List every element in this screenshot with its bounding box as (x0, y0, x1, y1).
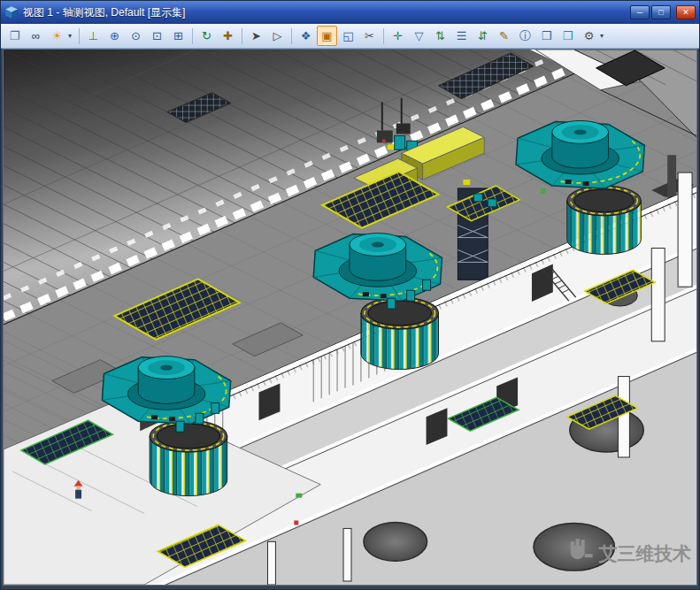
select-arrow-alt-icon[interactable]: ▷ (267, 26, 288, 46)
clip-region-icon[interactable]: ◱ (338, 26, 358, 46)
3d-viewport-canvas[interactable]: 艾三维技术 (4, 50, 696, 585)
deck-opening[interactable] (364, 522, 427, 561)
zoom-dynamic-icon[interactable]: ⊙ (126, 26, 146, 46)
3d-viewport[interactable]: 艾三维技术 (3, 49, 697, 586)
minimize-button[interactable]: ─ (630, 5, 650, 19)
sort-descending-icon[interactable]: ⇵ (473, 26, 493, 46)
list-view-icon[interactable]: ☰ (451, 26, 472, 46)
application-window: 视图 1 - 轴测视图, Default [显示集] ─ □ ✕ ❐ ∞ ☀ ▾… (0, 0, 700, 590)
zoom-in-icon[interactable]: ⊕ (104, 26, 125, 46)
fence-select-icon[interactable]: ❖ (296, 26, 316, 46)
close-button[interactable]: ✕ (676, 5, 696, 19)
object-info-icon[interactable]: ⓘ (515, 26, 535, 46)
titlebar[interactable]: 视图 1 - 轴测视图, Default [显示集] ─ □ ✕ (1, 1, 699, 24)
dropdown-caret-icon[interactable]: ▾ (600, 32, 607, 40)
orient-csys-icon[interactable]: ✛ (388, 26, 408, 46)
toolbar-separator (192, 28, 193, 44)
pan-view-icon[interactable]: ✚ (218, 26, 238, 46)
rotate-view-icon[interactable]: ↻ (196, 26, 217, 46)
fit-view-icon[interactable]: ⊞ (168, 26, 188, 46)
box-3d-teal-icon[interactable]: ❒ (558, 26, 578, 46)
settings-gear-icon[interactable]: ⚙ (579, 26, 599, 46)
section-cut-icon[interactable]: ✂ (359, 26, 380, 46)
sort-ascending-icon[interactable]: ⇅ (430, 26, 450, 46)
zoom-window-icon[interactable]: ⊡ (147, 26, 167, 46)
view-layout-icon[interactable]: ❐ (4, 26, 25, 46)
annotate-icon[interactable]: ✎ (494, 26, 514, 46)
box-3d-icon[interactable]: ❒ (536, 26, 557, 46)
toolbar-separator (79, 28, 80, 44)
window-title: 视图 1 - 轴测视图, Default [显示集] (23, 5, 628, 20)
toolbar-separator (242, 28, 242, 44)
barbette-cylinder[interactable] (361, 297, 439, 369)
render-style-sun-icon[interactable]: ☀ (47, 26, 67, 46)
barbette-cylinder[interactable] (150, 420, 227, 495)
plumb-align-icon[interactable]: ⊥ (83, 26, 104, 46)
find-binoculars-icon[interactable]: ∞ (26, 26, 46, 46)
toolbar-separator (383, 28, 384, 44)
filter-icon[interactable]: ▽ (409, 26, 429, 46)
toolbar-separator (291, 28, 292, 44)
barbette-cylinder[interactable] (567, 186, 642, 254)
highlight-component-icon[interactable]: ▣ (317, 26, 337, 46)
maximize-button[interactable]: □ (651, 5, 671, 19)
app-icon (4, 5, 19, 19)
dropdown-caret-icon[interactable]: ▾ (68, 32, 75, 40)
watermark-text: 艾三维技术 (598, 543, 692, 563)
select-arrow-icon[interactable]: ➤ (246, 26, 266, 46)
view-toolbar: ❐ ∞ ☀ ▾ ⊥ ⊕ ⊙ ⊡ ⊞ ↻ ✚ ➤ ▷ ❖ ▣ ◱ ✂ ✛ ▽ ⇅ … (1, 24, 699, 49)
